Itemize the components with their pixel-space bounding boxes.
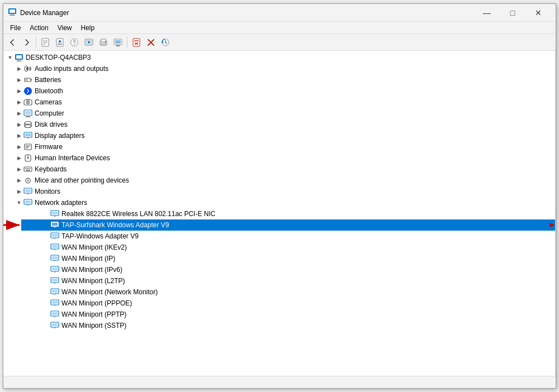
show-hidden-button[interactable]	[82, 36, 96, 49]
network-toggle[interactable]: ▼	[15, 198, 23, 207]
computer-toggle[interactable]: ▶	[15, 109, 23, 118]
help-button[interactable]: ?	[68, 36, 81, 49]
content-area: ▼ DESKTOP-Q4ACBP3 ▶	[3, 51, 556, 376]
wan-pptp-icon	[50, 310, 59, 319]
uninstall-button[interactable]	[130, 36, 143, 49]
properties-button[interactable]	[39, 36, 52, 49]
back-button[interactable]	[6, 36, 19, 49]
print-button[interactable]	[97, 36, 110, 49]
svg-rect-23	[116, 46, 120, 46]
svg-rect-34	[17, 60, 21, 61]
category-cameras[interactable]: ▶ Cameras	[12, 97, 555, 108]
svg-rect-66	[29, 168, 30, 169]
category-monitors[interactable]: ▶ Monitors	[12, 186, 555, 197]
network-item-wan-ikev2[interactable]: WAN Miniport (IKEv2)	[21, 242, 555, 253]
svg-rect-49	[25, 117, 31, 117]
root-computer-icon	[15, 53, 23, 62]
cameras-label: Cameras	[35, 98, 62, 106]
svg-point-62	[27, 157, 29, 159]
category-audio[interactable]: ▶ Audio inputs and outputs	[12, 63, 555, 74]
minimize-button[interactable]: —	[474, 4, 500, 22]
bluetooth-toggle[interactable]: ▶	[15, 87, 23, 95]
tree-root[interactable]: ▼ DESKTOP-Q4ACBP3	[3, 52, 555, 63]
toolbar-separator-1	[36, 37, 36, 48]
svg-rect-105	[52, 290, 58, 293]
firmware-label: Firmware	[35, 143, 63, 151]
svg-rect-114	[52, 323, 58, 326]
monitor-button[interactable]	[111, 36, 125, 49]
category-hid[interactable]: ▶ Human Interface Devices	[12, 152, 555, 164]
display-toggle[interactable]: ▶	[15, 131, 23, 140]
category-mice[interactable]: ▶ Mice and other pointing devices	[12, 175, 555, 186]
firmware-toggle[interactable]: ▶	[15, 142, 23, 151]
svg-rect-77	[25, 200, 31, 203]
mice-toggle[interactable]: ▶	[15, 176, 23, 185]
svg-rect-63	[24, 167, 32, 171]
monitors-label: Monitors	[35, 188, 60, 195]
category-firmware[interactable]: ▶ Firmware	[12, 141, 555, 152]
network-item-wan-ipv6[interactable]: WAN Miniport (IPv6)	[21, 264, 555, 275]
category-network[interactable]: ▼ Network adapters	[12, 197, 555, 208]
tapwindows-icon	[50, 232, 59, 241]
wan-ikev2-label: WAN Miniport (IKEv2)	[61, 243, 127, 251]
display-label: Display adapters	[35, 132, 84, 140]
disk-icon	[23, 120, 32, 129]
svg-rect-67	[30, 168, 31, 169]
keyboards-icon	[23, 165, 32, 174]
hid-icon	[23, 154, 32, 162]
network-item-wan-sstp[interactable]: WAN Miniport (SSTP)	[21, 320, 555, 331]
network-item-wan-netmon[interactable]: WAN Miniport (Network Monitor)	[21, 286, 555, 298]
network-item-tapwindows[interactable]: TAP-Windows Adapter V9	[21, 231, 555, 242]
bluetooth-icon	[23, 87, 32, 95]
maximize-button[interactable]: □	[500, 4, 525, 22]
delete-button[interactable]	[144, 36, 158, 49]
svg-rect-10	[58, 44, 62, 45]
disk-toggle[interactable]: ▶	[15, 120, 23, 129]
hid-toggle[interactable]: ▶	[15, 154, 23, 162]
network-item-realtek[interactable]: Realtek 8822CE Wireless LAN 802.11ac PCI…	[21, 208, 555, 219]
root-toggle[interactable]: ▼	[6, 53, 15, 62]
svg-rect-68	[26, 170, 30, 171]
category-disk[interactable]: ▶ Disk drives	[12, 119, 555, 130]
audio-label: Audio inputs and outputs	[35, 65, 108, 73]
category-bluetooth[interactable]: ▶ Bluetooth	[12, 85, 555, 97]
category-batteries[interactable]: ▶ Batteries	[12, 74, 555, 85]
wan-pppoe-label: WAN Miniport (PPPOE)	[61, 299, 132, 307]
svg-rect-17	[101, 39, 106, 42]
svg-rect-65	[27, 168, 28, 169]
svg-rect-35	[16, 61, 22, 61]
network-item-wan-ip[interactable]: WAN Miniport (IP)	[21, 253, 555, 264]
disk-label: Disk drives	[35, 121, 68, 128]
svg-rect-39	[31, 79, 32, 80]
bluetooth-label: Bluetooth	[35, 87, 63, 95]
svg-rect-48	[26, 116, 30, 117]
batteries-toggle[interactable]: ▶	[15, 75, 23, 84]
category-display[interactable]: ▶ Display adapters	[12, 130, 555, 141]
menu-action[interactable]: Action	[25, 23, 53, 33]
svg-rect-64	[25, 168, 26, 169]
keyboards-toggle[interactable]: ▶	[15, 165, 23, 174]
audio-toggle[interactable]: ▶	[15, 64, 23, 73]
menu-file[interactable]: File	[6, 23, 25, 33]
wan-pptp-label: WAN Miniport (PPTP)	[61, 310, 126, 318]
network-item-wan-pppoe[interactable]: WAN Miniport (PPPOE)	[21, 298, 555, 309]
menu-view[interactable]: View	[53, 23, 77, 33]
forward-button[interactable]	[20, 36, 34, 49]
monitors-toggle[interactable]: ▶	[15, 187, 23, 196]
wan-sstp-label: WAN Miniport (SSTP)	[61, 322, 126, 329]
network-item-wan-l2tp[interactable]: WAN Miniport (L2TP)	[21, 275, 555, 286]
menu-help[interactable]: Help	[77, 23, 100, 33]
tapwindows-spacer	[41, 232, 50, 241]
update-driver-button[interactable]	[53, 36, 67, 49]
scan-button[interactable]	[159, 36, 172, 49]
tree-panel[interactable]: ▼ DESKTOP-Q4ACBP3 ▶	[3, 51, 556, 376]
network-item-tapsurfshark[interactable]: TAP-Surfshark Windows Adapter V9	[21, 219, 555, 231]
cameras-toggle[interactable]: ▶	[15, 98, 23, 107]
category-computer[interactable]: ▶ Computer	[12, 108, 555, 119]
category-keyboards[interactable]: ▶ Keyboards	[12, 164, 555, 175]
svg-rect-44	[26, 99, 30, 101]
network-item-wan-pptp[interactable]: WAN Miniport (PPTP)	[21, 309, 555, 320]
svg-rect-21	[115, 40, 121, 44]
batteries-icon	[23, 75, 32, 84]
close-button[interactable]: ✕	[525, 4, 551, 22]
